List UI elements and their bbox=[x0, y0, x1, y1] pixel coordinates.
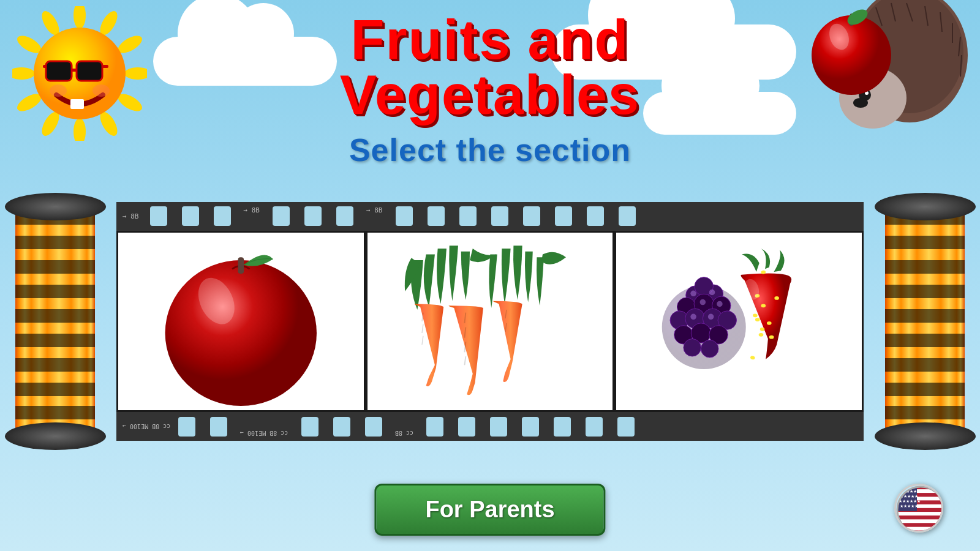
film-top-perforations: → 8B → 8B → 8B bbox=[116, 202, 864, 231]
svg-rect-18 bbox=[70, 99, 84, 109]
title-container: Fruits and Vegetables Select the section bbox=[340, 12, 640, 168]
film-images-row bbox=[116, 231, 864, 412]
svg-rect-13 bbox=[46, 61, 72, 81]
svg-rect-94 bbox=[896, 515, 943, 519]
for-parents-label: For Parents bbox=[425, 497, 554, 522]
svg-point-78 bbox=[701, 340, 719, 358]
film-strip-container: → 8B → 8B → 8B bbox=[0, 187, 980, 456]
svg-point-3 bbox=[124, 67, 147, 80]
film-bottom-perforations: cc 8B ME100 → cc 8B ME100 → cc 8B bbox=[116, 412, 864, 441]
svg-point-61 bbox=[769, 335, 774, 339]
svg-text:★★★★★: ★★★★★ bbox=[900, 504, 918, 508]
apple-image bbox=[124, 237, 358, 406]
reel-right bbox=[864, 193, 980, 450]
reel-body-right bbox=[885, 211, 965, 432]
svg-line-43 bbox=[422, 324, 423, 333]
hedgehog-mascot bbox=[796, 0, 980, 171]
app-title-line2: Vegetables bbox=[340, 67, 640, 122]
svg-point-80 bbox=[709, 290, 715, 296]
svg-point-35 bbox=[812, 15, 891, 95]
section-berries[interactable] bbox=[616, 233, 862, 410]
svg-point-58 bbox=[755, 318, 760, 321]
reel-cap-bottom-left bbox=[5, 422, 106, 450]
svg-point-81 bbox=[700, 299, 706, 305]
svg-point-0 bbox=[74, 6, 86, 29]
svg-point-59 bbox=[767, 321, 772, 325]
cloud-3 bbox=[643, 92, 796, 135]
svg-text:★★★★★★: ★★★★★★ bbox=[899, 499, 921, 503]
svg-rect-15 bbox=[72, 69, 77, 72]
svg-point-77 bbox=[684, 339, 701, 357]
svg-point-57 bbox=[750, 356, 756, 360]
reel-cap-top-right bbox=[875, 193, 976, 220]
film-strip: → 8B → 8B → 8B bbox=[116, 202, 864, 441]
svg-point-19 bbox=[50, 84, 67, 97]
reel-body-left bbox=[15, 211, 95, 432]
select-section-text: Select the section bbox=[340, 132, 640, 168]
svg-rect-93 bbox=[896, 512, 943, 515]
app-title-line1: Fruits and bbox=[340, 12, 640, 67]
svg-line-44 bbox=[422, 336, 423, 345]
carrots-image bbox=[374, 237, 607, 406]
svg-point-60 bbox=[759, 333, 764, 337]
svg-point-79 bbox=[691, 291, 697, 297]
svg-point-6 bbox=[74, 118, 86, 141]
svg-point-83 bbox=[691, 314, 697, 320]
svg-point-82 bbox=[717, 301, 723, 307]
svg-rect-16 bbox=[43, 65, 47, 68]
berries-image bbox=[622, 237, 856, 406]
svg-point-20 bbox=[92, 84, 110, 97]
reel-cap-top-left bbox=[5, 193, 106, 220]
reel-left bbox=[0, 193, 116, 450]
svg-point-53 bbox=[775, 296, 780, 300]
svg-rect-14 bbox=[77, 61, 102, 81]
svg-rect-95 bbox=[896, 519, 943, 523]
section-vegetables[interactable] bbox=[368, 233, 613, 410]
cloud-1 bbox=[153, 37, 337, 86]
language-selector[interactable]: ★★★★★★ ★★★★★ ★★★★★★ ★★★★★ bbox=[894, 484, 943, 533]
svg-point-39 bbox=[165, 260, 317, 406]
section-fruits[interactable] bbox=[118, 233, 364, 410]
for-parents-button[interactable]: For Parents bbox=[374, 484, 605, 536]
hedgehog-svg bbox=[796, 0, 980, 171]
svg-point-9 bbox=[12, 67, 35, 80]
svg-rect-40 bbox=[238, 257, 244, 274]
svg-rect-17 bbox=[102, 65, 108, 68]
sun-svg bbox=[12, 6, 147, 141]
svg-point-52 bbox=[753, 313, 758, 318]
svg-point-84 bbox=[708, 314, 714, 320]
svg-point-26 bbox=[853, 98, 868, 108]
sun-mascot bbox=[12, 6, 147, 141]
svg-point-55 bbox=[761, 304, 766, 307]
reel-cap-bottom-right bbox=[875, 422, 976, 450]
svg-line-48 bbox=[464, 356, 466, 365]
